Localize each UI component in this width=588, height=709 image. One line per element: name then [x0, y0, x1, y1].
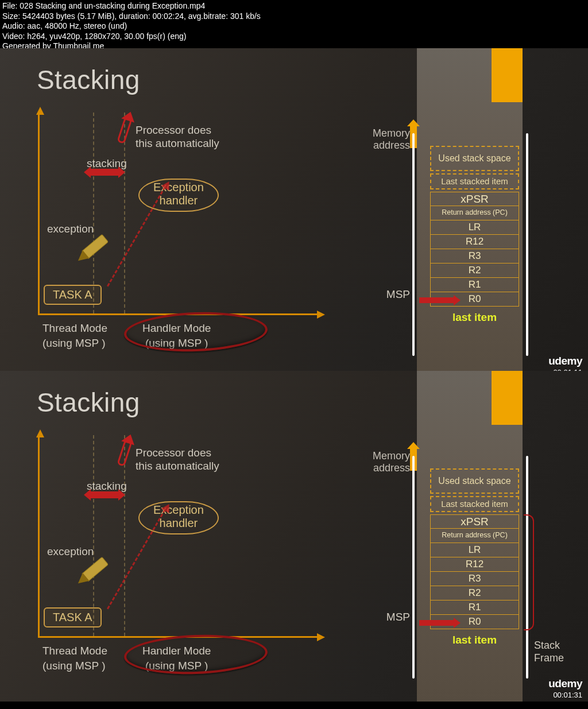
used-stack-box: Used stack space — [430, 146, 519, 171]
msp-label: MSP — [386, 288, 410, 301]
slide-title: Stacking — [37, 64, 140, 95]
timestamp-2: 00:01:31 — [553, 691, 582, 699]
slide-title: Stacking — [37, 387, 140, 418]
reg-r3: R3 — [430, 572, 519, 586]
reg-lr: LR — [430, 543, 519, 557]
register-stack: xPSR Return address (PC) LR R12 R3 R2 R1… — [430, 514, 519, 629]
reg-lr: LR — [430, 220, 519, 235]
udemy-logo: udemy — [548, 355, 582, 367]
reg-r1: R1 — [430, 600, 519, 615]
vline-2 — [124, 435, 125, 636]
stacking-graph: Processor does this automatically stacki… — [38, 113, 325, 319]
stacking-graph: Processor does this automatically stacki… — [38, 435, 325, 642]
reg-r2: R2 — [430, 264, 519, 278]
reg-r2: R2 — [430, 586, 519, 600]
pencil-icon — [64, 229, 115, 281]
mem-rule-right — [526, 133, 528, 356]
udemy-logo: udemy — [548, 677, 582, 690]
mem-rule-left — [412, 133, 415, 356]
reg-r12: R12 — [430, 557, 519, 572]
circle-annotation — [123, 633, 268, 677]
thumbnail-2: Stacking Processor does this automatical… — [0, 371, 588, 702]
msp-arrow-icon — [419, 297, 455, 303]
msp-label: MSP — [386, 611, 410, 623]
stack-frame-brace — [524, 514, 534, 630]
task-a-box: TASK A — [44, 285, 102, 305]
exception-handler-box: Exception handler — [138, 501, 219, 534]
reg-r1: R1 — [430, 278, 519, 292]
y-axis — [38, 435, 40, 636]
thread-mode-label: Thread Mode (using MSP ) — [42, 644, 107, 673]
reg-xpsr: xPSR — [430, 514, 519, 529]
processor-text: Processor does this automatically — [136, 124, 219, 150]
last-item-label: last item — [430, 311, 519, 324]
pencil-icon — [64, 552, 115, 603]
vline-1 — [93, 435, 94, 636]
vline-2 — [124, 113, 125, 313]
vline-1 — [93, 113, 94, 313]
y-axis — [38, 113, 40, 313]
last-stacked-box: Last stacked item — [430, 496, 519, 512]
circle-annotation — [123, 310, 268, 354]
size-line: Size: 5424403 bytes (5.17 MiB), duration… — [2, 11, 586, 22]
metadata-header: File: 028 Stacking and un-stacking durin… — [0, 0, 588, 53]
thumbnail-1: Stacking Processor does this automatical… — [0, 48, 588, 379]
thread-mode-label: Thread Mode (using MSP ) — [42, 321, 107, 350]
orange-tab — [492, 48, 523, 102]
mem-rule-left — [412, 456, 415, 679]
last-stacked-box: Last stacked item — [430, 173, 519, 189]
up-arrow-icon — [117, 117, 133, 144]
exception-handler-box: Exception handler — [138, 179, 219, 212]
reg-xpsr: xPSR — [430, 192, 519, 206]
dashed-arrow-icon — [107, 509, 166, 610]
video-line: Video: h264, yuv420p, 1280x720, 30.00 fp… — [2, 32, 586, 42]
reg-r12: R12 — [430, 235, 519, 249]
task-a-box: TASK A — [44, 607, 102, 627]
orange-tab — [492, 371, 523, 425]
reg-pc: Return address (PC) — [430, 206, 519, 220]
last-item-label: last item — [430, 634, 519, 646]
memory-address-label: Memory address — [373, 450, 410, 474]
processor-text: Processor does this automatically — [136, 447, 219, 473]
memory-address-label: Memory address — [373, 127, 410, 151]
dashed-arrow-icon — [107, 187, 166, 287]
stacking-arrow-icon — [90, 169, 119, 176]
used-stack-box: Used stack space — [430, 468, 519, 494]
register-stack: xPSR Return address (PC) LR R12 R3 R2 R1… — [430, 192, 519, 307]
reg-r3: R3 — [430, 249, 519, 264]
msp-arrow-icon — [419, 620, 455, 626]
stacking-arrow-icon — [90, 491, 119, 498]
up-arrow-icon — [117, 439, 133, 467]
reg-pc: Return address (PC) — [430, 529, 519, 543]
file-line: File: 028 Stacking and un-stacking durin… — [2, 1, 586, 11]
stack-frame-label: Stack Frame — [534, 640, 574, 664]
audio-line: Audio: aac, 48000 Hz, stereo (und) — [2, 21, 586, 32]
